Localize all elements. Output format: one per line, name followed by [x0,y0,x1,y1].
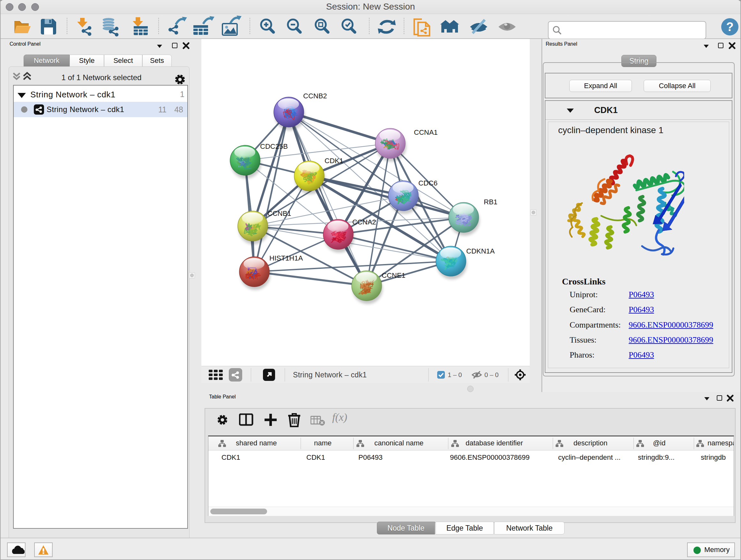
svg-text:CCNB2: CCNB2 [303,92,327,100]
svg-text:CDC6: CDC6 [418,179,437,187]
svg-text:CCNE1: CCNE1 [382,271,406,279]
svg-text:?: ? [726,20,733,34]
svg-text:CCNA2: CCNA2 [352,218,376,226]
svg-text:CCNB1: CCNB1 [267,209,291,217]
svg-text:CDKN1A: CDKN1A [466,247,495,255]
svg-text:CCNA1: CCNA1 [414,128,438,136]
svg-text:HIST1H1A: HIST1H1A [269,254,303,262]
svg-text:RB1: RB1 [484,198,497,206]
svg-text:CDC25B: CDC25B [260,142,288,150]
svg-text:CDK1: CDK1 [325,157,343,165]
